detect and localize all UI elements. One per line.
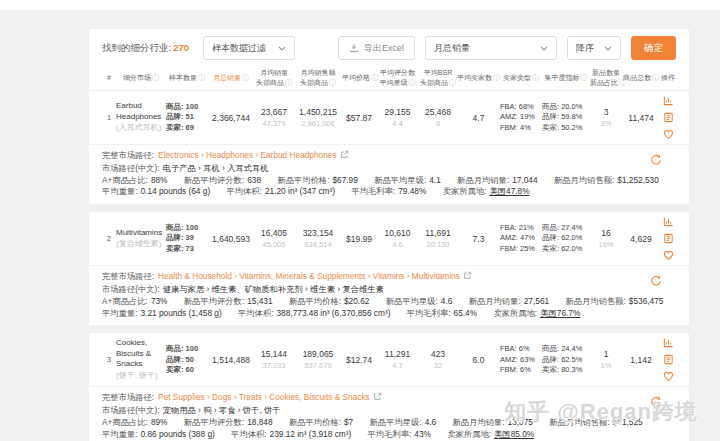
external-link-icon[interactable]: [373, 392, 382, 405]
sample-counts: 商品: 100品牌: 39卖家: 73: [166, 223, 208, 255]
info-icon[interactable]: ⓘ: [242, 74, 249, 81]
external-link-icon[interactable]: [463, 271, 472, 284]
col-rating: 平均评分数平均星级ⓘ: [376, 68, 419, 87]
chart-icon[interactable]: [663, 337, 674, 348]
seller-location-link[interactable]: 美国76.7%: [540, 308, 580, 318]
chart-icon[interactable]: [663, 216, 674, 227]
col-total-sales: 月总销量ⓘ: [208, 73, 254, 83]
col-sample: 样本数量ⓘ: [166, 73, 208, 83]
watermark: 知乎 @Regan跨境: [504, 397, 698, 427]
row-details: 完整市场路径:Electronics › Headphones › Earbud…: [89, 144, 689, 204]
info-icon[interactable]: ⓘ: [449, 79, 456, 86]
avg-qty-top: 16,40545,005: [254, 228, 294, 249]
sort-order-select[interactable]: 降序: [567, 36, 621, 60]
total-sales: 1,640,593: [208, 234, 254, 244]
info-icon[interactable]: ⓘ: [532, 74, 539, 81]
physical-stats-line: 平均重量:3.21 pounds (1,458 g) 平均体积:388,773.…: [102, 308, 676, 320]
toolbar: 找到的细分行业:270 样本数据过滤 导出Excel 月总销量 降序 确定: [89, 29, 689, 65]
concentration: 商品: 24.4%品牌: 62.5%卖家: 80.3%: [542, 344, 590, 376]
avg-bsr: 25,4686: [419, 107, 457, 128]
favorite-heart-icon[interactable]: [663, 371, 674, 382]
new-products: 33%: [590, 107, 622, 128]
chart-icon[interactable]: [663, 95, 674, 106]
col-bsr: 平均BSR头部商品ⓘ: [419, 68, 457, 87]
new-products: 11%: [590, 349, 622, 370]
seller-type: FBA: 21%AMZ: 47%FBM: 25%: [500, 223, 542, 255]
sample-counts: 商品: 100品牌: 50卖家: 60: [166, 344, 208, 376]
rank: 3: [102, 355, 116, 364]
refresh-icon[interactable]: [650, 273, 662, 285]
favorite-heart-icon[interactable]: [663, 250, 674, 261]
col-avg-qty: 月均销量头部商品ⓘ: [254, 68, 294, 87]
table-header: # 细分市场ⓘ 样本数量ⓘ 月总销量ⓘ 月均销量头部商品ⓘ 月均销售额头部商品ⓘ…: [89, 65, 689, 91]
avg-sellers: 6.0: [457, 355, 500, 365]
col-concentration: 集中度指标ⓘ: [542, 73, 590, 83]
report-icon[interactable]: [663, 233, 674, 244]
avg-price: $57.87: [342, 113, 376, 123]
avg-sellers: 4.7: [457, 113, 500, 123]
refresh-icon[interactable]: [650, 152, 662, 164]
info-icon[interactable]: ⓘ: [285, 79, 292, 86]
favorite-heart-icon[interactable]: [663, 129, 674, 140]
col-market: 细分市场ⓘ: [116, 73, 166, 83]
info-icon[interactable]: ⓘ: [652, 74, 659, 81]
info-icon[interactable]: ⓘ: [581, 74, 588, 81]
table-row: 1 Earbud Headphones(入耳式耳机) 商品: 100品牌: 51…: [89, 91, 689, 144]
avg-bsr: 11,69120,130: [419, 228, 457, 249]
row-actions: [660, 337, 676, 382]
col-avg-sellers: 平均卖家数ⓘ: [457, 73, 500, 83]
col-new-products: 新品数量新品占比ⓘ: [590, 68, 622, 87]
seller-type: FBA: 68%AMZ: 19%FBM: 4%: [500, 102, 542, 134]
found-count: 270: [173, 42, 189, 53]
seller-type: FBA: 6%AMZ: 63%FBM: 6%: [500, 344, 542, 376]
chevron-down-icon: [540, 46, 548, 51]
sample-counts: 商品: 100品牌: 51卖家: 69: [166, 102, 208, 134]
avg-rating: 11,2914.7: [376, 349, 419, 370]
top-strip: [0, 0, 720, 10]
market-path-cn-line: 市场路径(中文):电子产品 › 耳机 › 入耳式耳机: [102, 163, 676, 175]
report-icon[interactable]: [663, 112, 674, 123]
row-actions: [660, 95, 676, 140]
market-path-line: 完整市场路径:Electronics › Headphones › Earbud…: [102, 150, 676, 163]
report-icon[interactable]: [663, 354, 674, 365]
market-path-links[interactable]: Health & Household › Vitamins, Minerals …: [158, 271, 460, 281]
sort-field-select[interactable]: 月总销量: [425, 36, 557, 60]
avg-sellers: 7.3: [457, 234, 500, 244]
export-excel-button[interactable]: 导出Excel: [338, 36, 415, 60]
seller-location-link[interactable]: 美国47.8%: [489, 186, 529, 196]
market-path-line: 完整市场路径:Health & Household › Vitamins, Mi…: [102, 271, 676, 284]
market-path-links[interactable]: Pet Supplies › Dogs › Treats › Cookies, …: [158, 392, 370, 402]
concentration: 商品: 20.0%品牌: 59.8%卖家: 50.2%: [542, 102, 590, 134]
avg-price: $12.74: [342, 355, 376, 365]
rank: 2: [102, 234, 116, 243]
avg-bsr: 42332: [419, 349, 457, 370]
download-icon: [349, 43, 359, 53]
row-actions: [660, 216, 676, 261]
info-icon[interactable]: ⓘ: [493, 74, 500, 81]
info-icon[interactable]: ⓘ: [409, 79, 416, 86]
avg-rating: 29,1554.4: [376, 107, 419, 128]
col-avg-rev: 月均销售额头部商品ⓘ: [294, 68, 342, 87]
external-link-icon[interactable]: [340, 150, 349, 163]
confirm-button[interactable]: 确定: [631, 36, 676, 60]
info-icon[interactable]: ⓘ: [329, 79, 336, 86]
info-icon[interactable]: ⓘ: [198, 74, 205, 81]
avg-rev-top: 1,450,2152,961,006: [294, 107, 342, 128]
physical-stats-line: 平均重量:0.14 pounds (64 g) 平均体积:21.20 in³ (…: [102, 186, 676, 198]
col-seller-type: 卖家类型ⓘ: [500, 73, 542, 83]
new-product-stats-line: A+商品占比:73% 新品平均评分数:15,431 新品平均价格:$20.62 …: [102, 296, 676, 308]
market-path-links[interactable]: Electronics › Headphones › Earbud Headph…: [158, 150, 337, 160]
sample-filter-dropdown[interactable]: 样本数据过滤: [203, 36, 295, 60]
col-ops: 操作: [660, 73, 676, 83]
avg-price: $19.99: [342, 234, 376, 244]
col-rank: #: [102, 73, 116, 83]
new-product-stats-line: A+商品占比:88% 新品平均评分数:638 新品平均价格:$67.99 新品平…: [102, 175, 676, 187]
info-icon[interactable]: ⓘ: [152, 74, 159, 81]
seller-location-link[interactable]: 美国85.0%: [494, 429, 534, 439]
avg-rating: 10,6104.6: [376, 228, 419, 249]
col-price: 平均价格ⓘ: [342, 73, 376, 83]
avg-qty-top: 23,66747,379: [254, 107, 294, 128]
new-products: 1616%: [590, 228, 622, 249]
market-name: Cookies, Biscuits & Snacks(饼干, 饼干): [116, 338, 166, 381]
total-sales: 2,366,744: [208, 113, 254, 123]
